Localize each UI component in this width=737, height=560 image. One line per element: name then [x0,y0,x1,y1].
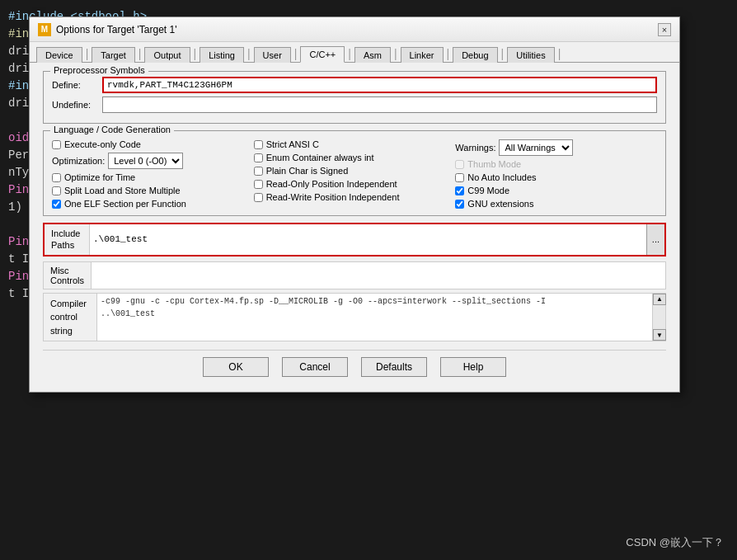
gnu-extensions-checkbox[interactable] [455,200,464,209]
undefine-label: Undefine: [52,100,97,110]
tab-sep-3: | [192,48,199,59]
execute-only-checkbox[interactable] [52,140,61,149]
c99-mode-label: C99 Mode [467,186,509,195]
compiler-line2: ..\001_test [101,308,649,320]
lang-col1: Execute-only Code Optimization: Level 0 … [52,139,254,209]
enum-container-checkbox[interactable] [254,153,263,162]
include-paths-label: Include Paths [45,224,90,255]
tab-bar: Device | Target | Output | Listing | Use… [30,42,679,63]
split-load-label: Split Load and Store Multiple [64,186,181,195]
c99-mode-checkbox[interactable] [455,186,464,195]
no-auto-includes-checkbox[interactable] [455,173,464,182]
optimize-time-checkbox[interactable] [52,173,61,182]
read-write-pos-label: Read-Write Position Independent [266,192,400,202]
ok-button[interactable]: OK [203,357,269,377]
title-bar-left: M Options for Target 'Target 1' [38,23,176,36]
dialog-content: Preprocessor Symbols Define: Undefine: L… [30,63,679,392]
help-button[interactable]: Help [440,357,506,377]
language-group-label: Language / Code Generation [50,125,174,134]
tab-sep-9: | [500,48,506,59]
execute-only-row: Execute-only Code [52,139,254,149]
read-write-pos-checkbox[interactable] [254,193,263,202]
read-only-pos-label: Read-Only Position Independent [266,179,397,189]
compiler-control-label: Compiler control string [44,294,97,341]
close-button[interactable]: × [658,23,671,36]
compiler-line1: -c99 -gnu -c -cpu Cortex-M4.fp.sp -D__MI… [101,295,649,308]
split-load-row: Split Load and Store Multiple [52,186,254,195]
tab-output[interactable]: Output [144,47,190,63]
gnu-extensions-label: GNU extensions [467,199,533,209]
define-input[interactable] [102,77,657,93]
one-elf-label: One ELF Section per Function [64,199,186,209]
no-auto-includes-label: No Auto Includes [467,172,536,182]
tab-asm[interactable]: Asm [354,47,391,63]
warnings-label: Warnings: [455,143,495,153]
enum-container-row: Enum Container always int [254,153,456,162]
compiler-control-section: Compiler control string -c99 -gnu -c -cp… [43,293,666,342]
tab-sep-7: | [392,48,399,59]
misc-controls-row: Misc Controls [43,261,666,289]
no-auto-includes-row: No Auto Includes [455,172,657,182]
watermark: CSDN @嵌入一下？ [626,535,724,550]
preprocessor-group-label: Preprocessor Symbols [50,65,148,75]
tab-utilities[interactable]: Utilities [507,47,554,63]
tab-sep-5: | [293,48,299,59]
optimization-label: Optimization: [52,156,105,166]
tab-sep-1: | [84,48,91,59]
one-elf-row: One ELF Section per Function [52,199,254,209]
define-row: Define: [52,77,657,93]
c99-mode-row: C99 Mode [455,186,657,195]
lang-col2: Strict ANSI C Enum Container always int … [254,139,456,209]
compiler-scroll-down[interactable]: ▼ [653,329,666,341]
enum-container-label: Enum Container always int [266,153,374,162]
optimize-time-row: Optimize for Time [52,172,254,182]
defaults-button[interactable]: Defaults [361,357,427,377]
strict-ansi-checkbox[interactable] [254,140,263,149]
thumb-mode-row: Thumb Mode [455,159,657,169]
language-group: Language / Code Generation Execute-only … [43,130,666,216]
misc-controls-input[interactable] [92,266,665,285]
strict-ansi-label: Strict ANSI C [266,139,319,149]
thumb-mode-checkbox[interactable] [455,160,464,169]
read-write-pos-row: Read-Write Position Independent [254,192,456,202]
tab-user[interactable]: User [254,47,291,63]
tab-device[interactable]: Device [36,47,82,63]
include-paths-section: Include Paths ... [43,223,666,256]
undefine-input[interactable] [102,96,657,113]
tab-listing[interactable]: Listing [200,47,244,63]
warnings-row: Warnings: All Warnings No Warnings [455,139,657,156]
read-only-pos-row: Read-Only Position Independent [254,179,456,189]
undefine-row: Undefine: [52,96,657,113]
tab-sep-4: | [246,48,252,59]
plain-char-label: Plain Char is Signed [266,166,349,176]
tab-sep-10: | [556,48,563,59]
compiler-scroll-up[interactable]: ▲ [653,294,666,305]
split-load-checkbox[interactable] [52,186,61,195]
tab-linker[interactable]: Linker [401,47,444,63]
gnu-extensions-row: GNU extensions [455,199,657,209]
optimization-select[interactable]: Level 0 (-O0) Level 1 (-O1) Level 2 (-O2… [108,153,183,169]
tab-sep-6: | [346,48,353,59]
plain-char-checkbox[interactable] [254,167,263,176]
tab-debug[interactable]: Debug [453,47,497,63]
define-label: Define: [52,80,97,90]
compiler-scrollbar: ▲ ▼ [652,294,665,341]
include-browse-button[interactable]: ... [646,224,664,255]
optimization-row: Optimization: Level 0 (-O0) Level 1 (-O1… [52,153,254,169]
one-elf-checkbox[interactable] [52,200,61,209]
tab-target[interactable]: Target [92,47,135,63]
misc-controls-label: Misc Controls [44,262,92,289]
tab-sep-2: | [137,48,143,59]
warnings-select[interactable]: All Warnings No Warnings [499,139,573,156]
read-only-pos-checkbox[interactable] [254,180,263,189]
title-bar: M Options for Target 'Target 1' × [30,17,679,42]
optimize-time-label: Optimize for Time [64,172,135,182]
cancel-button[interactable]: Cancel [282,357,348,377]
include-paths-input[interactable] [90,224,646,255]
button-row: OK Cancel Defaults Help [43,350,666,384]
include-paths-row: Include Paths ... [43,223,666,256]
tab-ccpp[interactable]: C/C++ [300,46,345,63]
execute-only-label: Execute-only Code [64,139,141,149]
strict-ansi-row: Strict ANSI C [254,139,456,149]
language-content: Execute-only Code Optimization: Level 0 … [52,139,657,209]
